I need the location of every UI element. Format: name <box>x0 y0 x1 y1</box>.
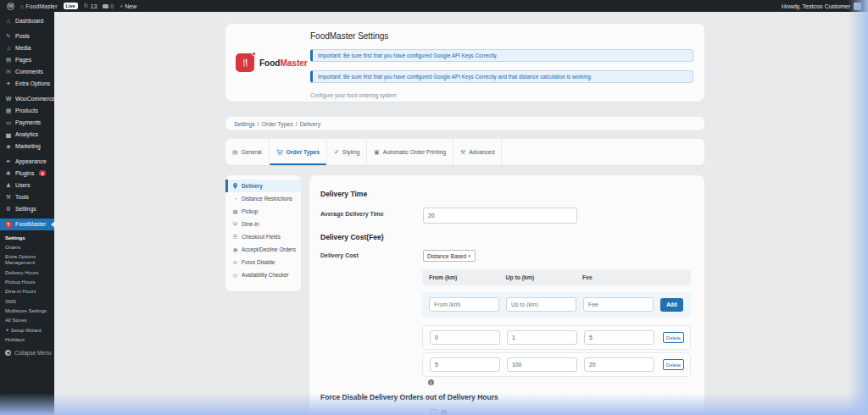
fee-input[interactable] <box>583 297 654 312</box>
submenu-item-delivery-hours[interactable]: Delivery Hours <box>0 268 54 277</box>
avatar[interactable] <box>854 3 861 10</box>
sidebar-item-dashboard[interactable]: ⌂Dashboard <box>0 15 54 27</box>
info-icon[interactable]: i <box>428 379 434 385</box>
extra-options-icon: ✦ <box>5 80 12 87</box>
sidebar-item-payments[interactable]: ▭Payments <box>0 117 54 129</box>
from-km-value[interactable] <box>430 330 500 345</box>
plus-icon: + <box>120 3 123 9</box>
avg-delivery-time-input[interactable] <box>423 208 577 224</box>
page-title: FoodMaster Settings <box>310 31 388 41</box>
eye-icon: ◎ <box>232 272 238 279</box>
subnav-item-availability-checker[interactable]: ◎Availability Checker <box>225 268 301 281</box>
subnav-item-dine-in[interactable]: ΨDine-In <box>225 218 301 230</box>
section-force-disable: Force Disable Delivery Orders out of Del… <box>320 393 498 401</box>
submenu-item-settings[interactable]: Settings <box>0 233 54 242</box>
subnav-item-force-disable[interactable]: ⊘Force Disable <box>225 256 301 268</box>
tab-automatic-order-printing[interactable]: ▣Automatic Order Printing <box>367 139 453 165</box>
delete-button[interactable]: Delete <box>663 359 684 370</box>
plugins-update-badge: 4 <box>39 170 46 176</box>
marketing-icon: ◈ <box>5 143 12 150</box>
submenu-item-dine-in-hours[interactable]: Dine-in Hours <box>0 286 54 296</box>
delivery-cost-label: Delivery Cost <box>320 252 359 258</box>
add-button[interactable]: Add <box>660 298 683 312</box>
sidebar-item-media[interactable]: ♫Media <box>0 42 54 54</box>
admin-sidebar: ⌂Dashboard ✎Posts ♫Media ▤Pages ✉Comment… <box>0 12 54 415</box>
submenu-item-holidays[interactable]: Holidays <box>0 335 54 344</box>
from-km-value[interactable] <box>430 357 500 372</box>
active-menu-arrow <box>51 221 55 228</box>
sidebar-item-users[interactable]: ♟Users <box>0 180 54 191</box>
tab-advanced[interactable]: ⚒Advanced <box>453 139 502 165</box>
sidebar-item-extra-options[interactable]: ✦Extra Options <box>0 78 54 90</box>
subnav-item-accept-decline[interactable]: ◉Accept/Decline Orders <box>225 243 301 256</box>
sidebar-item-plugins[interactable]: ✚Plugins4 <box>0 168 54 180</box>
settings-header-card: FoodMaster FoodMaster Settings Important… <box>225 24 704 102</box>
media-icon: ♫ <box>5 45 12 52</box>
updates-indicator[interactable]: ↻ 13 <box>84 3 97 9</box>
settings-icon: ⚙ <box>5 206 12 213</box>
site-name-menu[interactable]: ⌂ FoodMaster <box>20 3 58 9</box>
submenu-item-pickup-hours[interactable]: Pickup Hours <box>0 277 54 286</box>
submenu-item-multistore-settings[interactable]: Multistore Settings <box>0 306 54 315</box>
fee-table-header: From (km) Up to (km) Fee <box>422 269 691 285</box>
wordpress-logo-icon[interactable]: W <box>7 3 14 10</box>
sidebar-item-analytics[interactable]: ▅Analytics <box>0 129 54 141</box>
breadcrumb: Settings / Order Types / Delivery <box>225 117 704 130</box>
subnav-item-distance-restrictions[interactable]: ◔Distance Restrictions <box>225 192 301 205</box>
tab-order-types[interactable]: Order Types <box>270 139 328 165</box>
sidebar-item-tools[interactable]: ⚒Tools <box>0 191 54 203</box>
fee-value[interactable] <box>584 357 654 372</box>
sidebar-item-comments[interactable]: ✉Comments <box>0 66 54 78</box>
up-to-km-value[interactable] <box>507 357 577 372</box>
form-icon: ☰ <box>232 234 238 241</box>
force-disable-checkbox[interactable] <box>430 409 437 415</box>
delete-button[interactable]: Delete <box>663 332 684 343</box>
howdy-text[interactable]: Howdy, Testcoo Customer <box>782 3 850 9</box>
breadcrumb-order-types[interactable]: Order Types <box>261 121 292 127</box>
sidebar-item-marketing[interactable]: ◈Marketing <box>0 141 54 152</box>
fee-add-row: Add <box>422 292 691 317</box>
submenu-item-setup-wizard[interactable]: ✦ Setup Wizard <box>0 324 54 334</box>
sidebar-item-woocommerce[interactable]: WWooCommerce <box>0 93 54 105</box>
up-to-km-value[interactable] <box>507 330 577 345</box>
foodmaster-logo: FoodMaster <box>236 53 308 72</box>
sidebar-item-posts[interactable]: ✎Posts <box>0 30 54 42</box>
section-delivery-time: Delivery Time <box>320 190 367 198</box>
submenu-item-sms[interactable]: SMS <box>0 296 54 306</box>
up-to-km-input[interactable] <box>506 297 576 312</box>
fee-value[interactable] <box>584 330 654 345</box>
info-icon[interactable]: i <box>441 410 447 415</box>
submenu-item-all-stores[interactable]: All Stores <box>0 315 54 324</box>
notice-distance: Important: Be sure first that you have c… <box>310 70 693 83</box>
main-content: FoodMaster FoodMaster Settings Important… <box>54 12 868 415</box>
breadcrumb-delivery: Delivery <box>300 121 321 127</box>
sidebar-item-pages[interactable]: ▤Pages <box>0 54 54 66</box>
comments-indicator[interactable]: 0 <box>103 3 114 9</box>
home-icon: ⌂ <box>20 3 24 9</box>
subnav-item-delivery[interactable]: Delivery <box>225 180 301 192</box>
tab-styling[interactable]: ✐Styling <box>327 139 367 165</box>
live-badge: Live <box>64 3 78 9</box>
breadcrumb-settings[interactable]: Settings <box>234 121 255 127</box>
delivery-cost-select[interactable]: Distance Based ▼ <box>423 250 476 262</box>
utensils-icon: Ψ <box>232 221 238 227</box>
bag-icon: ▩ <box>232 208 238 215</box>
tab-general[interactable]: ▤General <box>225 139 270 165</box>
sidebar-item-products[interactable]: ▦Products <box>0 105 54 117</box>
subnav-item-pickup[interactable]: ▩Pickup <box>225 205 301 218</box>
sidebar-item-settings[interactable]: ⚙Settings <box>0 203 54 215</box>
wizard-icon: ✦ <box>5 327 9 333</box>
products-icon: ▦ <box>5 108 12 114</box>
tab-bar: ▤General Order Types ✐Styling ▣Automatic… <box>225 139 704 165</box>
analytics-icon: ▅ <box>5 131 12 138</box>
woocommerce-icon: W <box>5 96 12 102</box>
submenu-item-orders[interactable]: Orders <box>0 242 54 252</box>
from-km-input[interactable] <box>429 297 499 312</box>
subnav-item-checkout-fields[interactable]: ☰Checkout Fields <box>225 230 301 243</box>
settings-subnav: Delivery ◔Distance Restrictions ▩Pickup … <box>225 175 301 291</box>
new-menu[interactable]: + New <box>120 3 136 9</box>
sidebar-item-appearance[interactable]: ✒Appearance <box>0 156 54 168</box>
collapse-menu-button[interactable]: ◀Collapse Menu <box>0 350 54 356</box>
submenu-item-extra-options-management[interactable]: Extra Options Management <box>0 252 42 267</box>
sidebar-item-foodmaster[interactable]: ¶FoodMaster <box>0 219 54 230</box>
